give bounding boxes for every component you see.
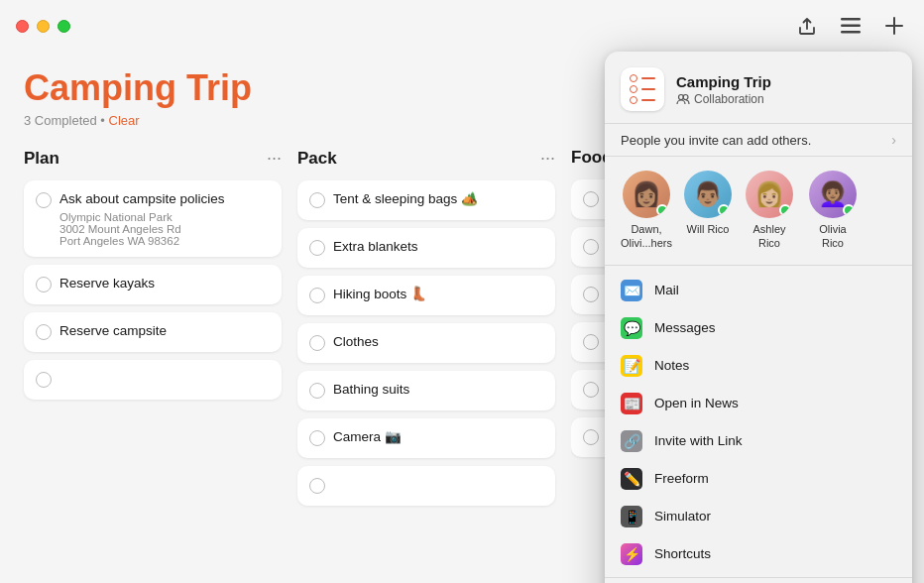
pack-column: Pack ··· Tent & sleeping bags 🏕️ Extra b… (297, 148, 555, 514)
chevron-right-icon: › (891, 132, 896, 148)
avatar-label-ashley: Ashley Rico (744, 222, 795, 251)
menu-item-label: Messages (654, 320, 716, 335)
task-checkbox[interactable] (309, 288, 325, 303)
pack-column-more[interactable]: ··· (540, 148, 555, 169)
menu-item-label: Shortcuts (654, 546, 711, 561)
task-item-empty[interactable] (24, 360, 282, 400)
reminder-dot (630, 96, 637, 104)
task-item[interactable]: Extra blankets (297, 228, 555, 268)
online-badge (656, 204, 668, 216)
maximize-button[interactable] (58, 20, 70, 33)
popover-app-icon (621, 67, 664, 111)
task-item[interactable]: Bathing suits (297, 371, 555, 410)
avatars-row: 👩🏽 Dawn, Olivi...hers 👨🏽 Will Rico 👩🏼 As… (605, 157, 912, 266)
menu-item-freeform[interactable]: ✏️ Freeform (605, 460, 912, 498)
avatar-item-ashley[interactable]: 👩🏼 Ashley Rico (744, 171, 795, 251)
menu-item-mail[interactable]: ✉️ Mail (605, 272, 912, 309)
menu-divider (605, 577, 912, 578)
online-badge (843, 204, 855, 216)
task-checkbox[interactable] (583, 334, 599, 350)
menu-item-label: Notes (654, 358, 689, 373)
svg-rect-0 (841, 18, 861, 21)
task-checkbox[interactable] (583, 287, 599, 302)
pack-column-header: Pack ··· (297, 148, 555, 169)
collab-label: Collaboration (694, 92, 764, 106)
menu-item-invite-link[interactable]: 🔗 Invite with Link (605, 422, 912, 460)
add-button[interactable] (880, 12, 908, 40)
task-text: Bathing suits (333, 381, 409, 400)
avatar-ashley: 👩🏼 (746, 171, 793, 218)
task-checkbox[interactable] (36, 277, 52, 292)
task-item[interactable]: Camera 📷 (297, 418, 555, 458)
menu-items: ✉️ Mail 💬 Messages 📝 Notes 📰 Open in New… (605, 266, 912, 583)
task-text: Clothes (333, 333, 379, 352)
notes-icon: 📝 (621, 355, 642, 377)
mail-icon: ✉️ (621, 280, 642, 301)
avatar-dawn: 👩🏽 (623, 171, 670, 218)
popover-title-group: Camping Trip Collaboration (676, 73, 771, 106)
menu-item-messages[interactable]: 💬 Messages (605, 309, 912, 347)
task-subtext: Olympic National Park3002 Mount Angeles … (59, 211, 225, 247)
menu-item-shortcuts[interactable]: ⚡ Shortcuts (605, 535, 912, 573)
task-text: Reserve kayaks (59, 275, 155, 293)
plan-column-more[interactable]: ··· (267, 148, 282, 169)
plan-column-header: Plan ··· (24, 148, 282, 169)
task-checkbox[interactable] (36, 192, 52, 208)
task-checkbox[interactable] (309, 240, 325, 256)
task-item[interactable]: Hiking boots 👢 (297, 276, 555, 315)
popover-header: Camping Trip Collaboration (605, 52, 912, 123)
pack-column-title: Pack (297, 149, 337, 169)
plan-column-title: Plan (24, 149, 59, 169)
menu-item-news[interactable]: 📰 Open in News (605, 385, 912, 422)
messages-icon: 💬 (621, 317, 642, 339)
menu-item-simulator[interactable]: 📱 Simulator (605, 498, 912, 535)
avatar-label-dawn: Dawn, Olivi...hers (621, 222, 672, 251)
task-checkbox[interactable] (583, 382, 599, 398)
clear-link[interactable]: Clear (109, 113, 140, 128)
list-view-button[interactable] (837, 12, 865, 40)
share-button[interactable] (793, 12, 821, 40)
simulator-icon: 📱 (621, 506, 642, 527)
share-popover: Camping Trip Collaboration People you in… (605, 52, 912, 583)
online-badge (718, 204, 730, 216)
reminder-dot (630, 74, 637, 82)
avatar-item-dawn[interactable]: 👩🏽 Dawn, Olivi...hers (621, 171, 672, 251)
task-checkbox[interactable] (583, 429, 599, 445)
task-checkbox[interactable] (583, 239, 599, 255)
menu-item-notes[interactable]: 📝 Notes (605, 347, 912, 385)
avatar-item-will[interactable]: 👨🏽 Will Rico (684, 171, 732, 251)
task-text: Hiking boots 👢 (333, 286, 427, 304)
task-checkbox[interactable] (309, 478, 325, 494)
task-item[interactable]: Reserve kayaks (24, 265, 282, 304)
reminders-icon (630, 74, 655, 104)
task-checkbox[interactable] (309, 335, 325, 351)
reminder-dot (630, 85, 637, 93)
task-item[interactable]: Tent & sleeping bags 🏕️ (297, 180, 555, 220)
task-item[interactable]: Clothes (297, 323, 555, 363)
task-checkbox[interactable] (309, 192, 325, 208)
task-item-empty[interactable] (297, 466, 555, 506)
task-checkbox[interactable] (583, 191, 599, 207)
news-icon: 📰 (621, 393, 642, 414)
minimize-button[interactable] (37, 20, 50, 33)
popover-invite-row[interactable]: People you invite can add others. › (605, 123, 912, 157)
task-text: Ask about campsite policies (59, 190, 225, 209)
reminder-line (641, 88, 655, 90)
task-checkbox[interactable] (309, 383, 325, 399)
menu-item-label: Mail (654, 283, 679, 297)
avatar-olivia: 👩🏽‍🦱 (809, 171, 857, 218)
svg-rect-1 (841, 25, 861, 28)
task-checkbox[interactable] (36, 324, 52, 340)
task-text: Tent & sleeping bags 🏕️ (333, 190, 478, 209)
task-item[interactable]: Ask about campsite policies Olympic Nati… (24, 180, 282, 257)
link-icon: 🔗 (621, 430, 642, 452)
avatar-item-olivia[interactable]: 👩🏽‍🦱 Olivia Rico (807, 171, 859, 251)
task-text: Reserve campsite (59, 322, 167, 341)
popover-collab: Collaboration (676, 92, 771, 106)
plan-column: Plan ··· Ask about campsite policies Oly… (24, 148, 282, 514)
task-item[interactable]: Reserve campsite (24, 312, 282, 352)
task-checkbox[interactable] (309, 430, 325, 446)
close-button[interactable] (16, 20, 29, 33)
task-checkbox[interactable] (36, 372, 52, 388)
task-content: Ask about campsite policies Olympic Nati… (59, 190, 225, 247)
